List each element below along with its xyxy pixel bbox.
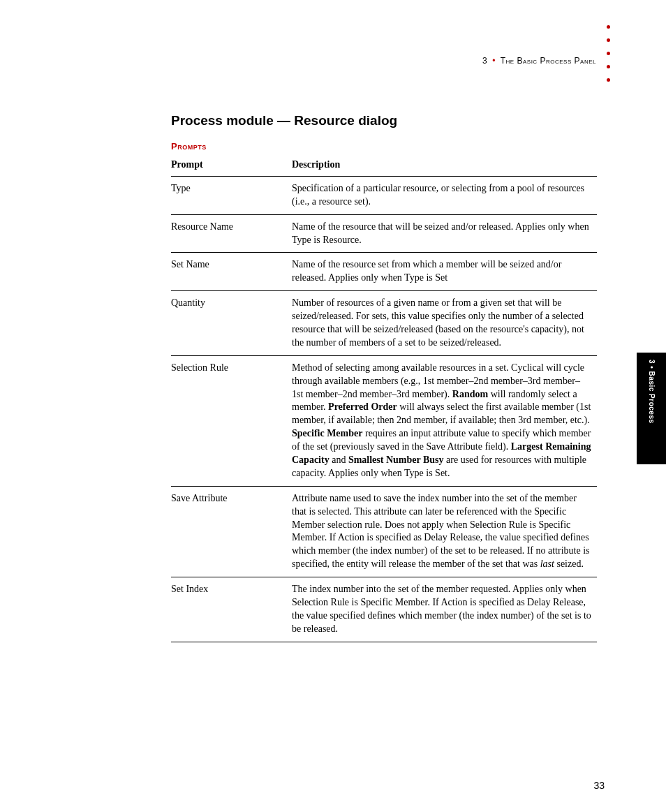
table-row: QuantityNumber of resources of a given n… (171, 291, 597, 356)
description-cell: Attribute name used to save the index nu… (292, 486, 597, 577)
running-header: 3 • The Basic Process Panel (482, 56, 596, 66)
chapter-title: The Basic Process Panel (501, 56, 596, 66)
prompt-cell: Save Attribute (171, 486, 292, 577)
col-header-prompt: Prompt (171, 154, 292, 176)
side-tab-label: 3 • Basic Process (648, 360, 656, 424)
prompt-cell: Quantity (171, 291, 292, 356)
table-row: Selection RuleMethod of selecting among … (171, 355, 597, 486)
prompt-cell: Set Name (171, 253, 292, 291)
description-cell: The index number into the set of the mem… (292, 577, 597, 642)
prompt-cell: Type (171, 176, 292, 214)
section-title: Process module — Resource dialog (171, 113, 610, 128)
prompt-cell: Resource Name (171, 214, 292, 253)
side-tab: 3 • Basic Process (637, 353, 666, 464)
separator-bullet: • (492, 56, 496, 66)
description-cell: Name of the resource set from which a me… (292, 253, 597, 291)
prompts-table: Prompt Description TypeSpecification of … (171, 154, 597, 642)
col-header-description: Description (292, 154, 597, 176)
table-row: Set IndexThe index number into the set o… (171, 577, 597, 642)
description-cell: Specification of a particular resource, … (292, 176, 597, 214)
prompt-cell: Set Index (171, 577, 292, 642)
description-cell: Method of selecting among available reso… (292, 355, 597, 486)
table-row: Set NameName of the resource set from wh… (171, 253, 597, 291)
table-row: Resource NameName of the resource that w… (171, 214, 597, 253)
description-cell: Number of resources of a given name or f… (292, 291, 597, 356)
prompt-cell: Selection Rule (171, 355, 292, 486)
prompts-subhead: Prompts (171, 141, 610, 152)
decorative-dots (607, 25, 610, 82)
table-row: TypeSpecification of a particular resour… (171, 176, 597, 214)
description-cell: Name of the resource that will be seized… (292, 214, 597, 253)
page: 3 • The Basic Process Panel Process modu… (0, 0, 666, 812)
page-number: 33 (593, 780, 605, 791)
table-row: Save AttributeAttribute name used to sav… (171, 486, 597, 577)
chapter-number: 3 (482, 56, 487, 66)
